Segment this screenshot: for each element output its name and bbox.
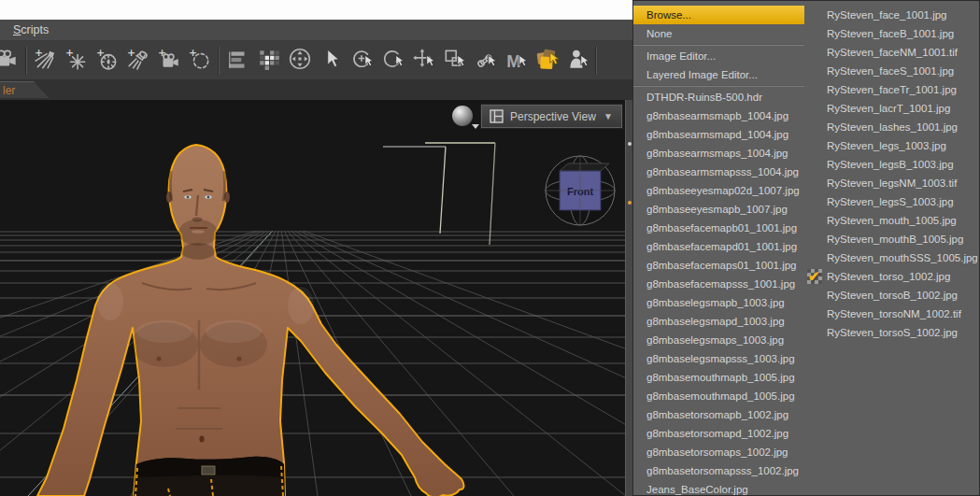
rotate-tool-button[interactable] [376,43,407,78]
surface-selection-tool-button[interactable] [531,43,561,78]
menu-item[interactable]: g8mbasetorsomapb_1002.jpg [633,405,804,424]
menu-item[interactable]: g8mbasearmsmapb_1004.jpg [633,106,804,125]
menu-item-label: RySteven_mouthSSS_1005.jpg [827,252,978,263]
menu-item-label: RySteven_torso_1002.jpg [827,271,950,282]
menu-item-label: g8mbasearmsmaps_1004.jpg [646,148,788,159]
viewport-pan-button[interactable] [284,43,315,78]
menu-item-label: g8mbasefacemapb01_1001.jpg [646,222,797,234]
menu-item-label: g8mbaseeyesmap02d_1007.jpg [646,185,800,196]
create-point-light-icon: + [64,47,89,75]
view-cube[interactable]: Front [546,156,615,225]
rotate-orbit-tool-button[interactable] [346,43,376,78]
menu-item-label: RySteven_faceTr_1001.jpg [827,84,957,95]
svg-text:+: + [127,47,135,59]
menu-item[interactable]: RySteven_lacrT_1001.jpg [804,99,979,118]
surface-selection-tool-icon [534,47,559,75]
menu-scripts[interactable]: Scripts [0,23,58,36]
context-menu-column-1: Browse...NoneImage Editor...Layered Imag… [633,1,804,496]
menu-item[interactable]: RySteven_legsNM_1003.tif [804,174,979,192]
menu-item[interactable]: RySteven_faceTr_1001.jpg [804,80,979,99]
menu-item[interactable]: RySteven_mouthB_1005.jpg [804,230,979,248]
menu-item-label: RySteven_torsoS_1002.jpg [827,327,958,338]
draw-style-caret-icon[interactable] [472,124,479,129]
menu-item[interactable]: None [633,24,804,43]
menu-item[interactable]: DTHDR-RuinsB-500.hdr [633,88,804,106]
menu-item[interactable]: g8mbasetorsomapsss_1002.jpg [633,461,804,480]
menu-item-label: g8mbaselegsmapb_1003.jpg [646,297,785,308]
menu-separator [633,85,804,87]
menu-item-label: RySteven_lashes_1001.jpg [827,121,958,133]
menu-item[interactable]: RySteven_faceS_1001.jpg [804,62,979,80]
menu-item[interactable]: RySteven_torsoNM_1002.tif [804,305,979,323]
menu-item[interactable]: RySteven_face_1001.jpg [804,6,979,24]
menu-item[interactable]: g8mbasemouthmapb_1005.jpg [633,368,804,387]
menu-item[interactable]: g8mbasefacemapb01_1001.jpg [633,219,804,237]
menu-item[interactable]: RySteven_torsoB_1002.jpg [804,286,979,305]
pointer-tool-button[interactable] [315,43,346,78]
menu-item-label: g8mbasearmsmapd_1004.jpg [646,129,788,140]
joint-editor-tool-button[interactable] [469,43,500,78]
menu-item[interactable]: g8mbasefacemapd01_1001.jpg [633,237,804,256]
menu-item[interactable]: g8mbasefacemapsss_1001.jpg [633,275,804,293]
create-camera-button[interactable]: + [153,43,184,78]
view-selector-dropdown[interactable]: Perspective View ▼ [481,105,622,128]
menu-item-label: DTHDR-RuinsB-500.hdr [646,92,762,103]
scale-tool-button[interactable] [438,43,469,78]
menu-item[interactable]: g8mbaselegsmapd_1003.jpg [633,312,804,331]
menu-item[interactable]: g8mbasearmsmapd_1004.jpg [633,125,804,144]
menu-item[interactable]: g8mbasefacemaps01_1001.jpg [633,256,804,275]
menu-item[interactable]: g8mbasemouthmapd_1005.jpg [633,387,804,405]
menu-item[interactable]: g8mbasearmsmapsss_1004.jpg [633,163,804,181]
create-spotlight-button[interactable]: + [122,43,153,78]
menu-item-label: RySteven_faceNM_1001.tif [827,47,958,58]
menu-item[interactable]: RySteven_legsB_1003.jpg [804,155,979,174]
menu-item[interactable]: g8mbaselegsmapsss_1003.jpg [633,349,804,368]
create-sun-light-button[interactable]: + [92,43,122,78]
menu-item-label: g8mbasetorsomapb_1002.jpg [646,409,788,420]
draw-style-ball-icon[interactable] [452,106,473,126]
image-map-context-menu: Browse...NoneImage Editor...Layered Imag… [632,0,980,496]
menu-item[interactable]: Image Editor... [633,47,804,65]
menu-item[interactable]: RySteven_torsoS_1002.jpg [804,323,979,342]
menu-item[interactable]: Browse... [633,6,804,24]
menu-item[interactable]: RySteven_faceB_1001.jpg [804,24,979,43]
pane-tab[interactable]: ler [0,81,49,98]
menu-item[interactable]: RySteven_lashes_1001.jpg [804,118,979,136]
menu-item[interactable]: g8mbaseeyesmap02d_1007.jpg [633,181,804,200]
menu-item[interactable]: RySteven_legs_1003.jpg [804,136,979,155]
menu-item[interactable]: Jeans_BaseColor.jpg [633,480,804,496]
animate-tool-button[interactable]: M [500,43,531,78]
menu-item[interactable]: Layered Image Editor... [633,65,804,84]
tile-layout-button[interactable] [253,43,284,78]
menu-item[interactable]: RySteven_torso_1002.jpg [804,267,979,286]
figure-selection-tool-button[interactable] [561,43,592,78]
menu-item-label: g8mbasearmsmapsss_1004.jpg [646,166,799,177]
menu-item[interactable]: g8mbaseeyesmapb_1007.jpg [633,200,804,219]
menu-separator [633,44,804,46]
menu-item[interactable]: RySteven_legsS_1003.jpg [804,192,979,211]
create-point-light-button[interactable]: + [61,43,92,78]
create-distant-light-button[interactable]: + [30,43,61,78]
menu-item[interactable]: g8mbaselegsmapb_1003.jpg [633,293,804,312]
menu-item[interactable]: RySteven_faceNM_1001.tif [804,43,979,62]
menu-item[interactable]: g8mbasearmsmaps_1004.jpg [633,144,804,163]
svg-text:+: + [189,47,197,59]
viewport-3d[interactable]: Front Perspective View ▼ [0,100,632,496]
translate-tool-button[interactable] [407,43,438,78]
menu-item-label: RySteven_torsoB_1002.jpg [827,290,958,301]
menu-item[interactable]: RySteven_mouth_1005.jpg [804,211,979,230]
menu-item[interactable]: g8mbaselegsmaps_1003.jpg [633,331,804,349]
menu-item[interactable]: g8mbasetorsomaps_1002.jpg [633,443,804,461]
character-jeans[interactable] [134,457,285,496]
scene-canvas[interactable]: Front [0,100,632,496]
create-distant-light-icon: + [34,47,58,75]
menu-item[interactable]: g8mbasetorsomapd_1002.jpg [633,424,804,443]
create-null-button[interactable]: + [184,43,215,78]
menu-item-label: g8mbaselegsmaps_1003.jpg [646,334,784,346]
scene-pane-button[interactable] [222,43,253,78]
new-camera-button[interactable] [0,43,22,78]
menu-item[interactable]: RySteven_mouthSSS_1005.jpg [804,248,979,267]
scale-tool-icon [442,47,466,75]
context-menu-column-2: RySteven_face_1001.jpgRySteven_faceB_100… [804,1,979,496]
toolbar: ++++++M [0,41,632,79]
